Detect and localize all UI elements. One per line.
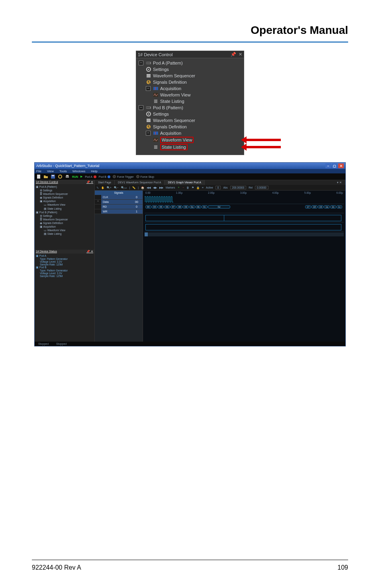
save-icon[interactable] — [51, 174, 55, 179]
signal-row-rd[interactable]: RD 0 — [95, 205, 143, 209]
settings-node[interactable]: ⚙ Settings — [36, 214, 93, 218]
markers-label: Markers — [166, 186, 175, 189]
settings-node[interactable]: Settings — [139, 66, 243, 73]
tab-waveform-sequencer[interactable]: DEV1 Waveform Sequencer Pod A — [115, 180, 165, 185]
signal-row-wr[interactable]: WR 1 — [95, 209, 143, 214]
print-icon[interactable] — [65, 174, 70, 179]
sequencer-icon — [146, 73, 151, 79]
expander-icon[interactable]: − — [146, 86, 151, 91]
device-status-panel: ▣ Pod A Type: Pattern Generator Voltage … — [35, 254, 94, 278]
acquisition-node[interactable]: ▣ Acquisition — [36, 199, 93, 203]
tab-overflow[interactable]: ▾ ✕ — [334, 180, 345, 185]
run-play-icon[interactable]: ▶ — [80, 175, 82, 178]
add-signal-button[interactable]: + — [95, 200, 101, 204]
menu-view[interactable]: View — [47, 169, 54, 173]
signals-definition-node[interactable]: ◉ Signals Definition — [36, 196, 93, 199]
marker-add-icon[interactable]: ＋ — [177, 186, 180, 189]
signal-row-data[interactable]: + Data 00 — [95, 200, 143, 205]
pod-b-node[interactable]: ▣ Pod B (Pattern) — [36, 210, 93, 214]
menu-tools[interactable]: Tools — [59, 169, 67, 173]
pod-a-indicator[interactable]: Pod A — [85, 175, 96, 178]
signals-definition-node[interactable]: Signals Definition — [139, 124, 243, 130]
fit-icon[interactable]: ◀▶ — [153, 186, 157, 189]
measure-icon[interactable]: 📏 — [132, 186, 135, 189]
open-icon[interactable] — [43, 174, 48, 179]
acquisition-node[interactable]: ▣ Acquisition — [36, 225, 93, 228]
waveform-view-label: Waveform View — [160, 137, 194, 143]
pin-icon[interactable]: 📌 — [231, 52, 236, 57]
zoom-region-icon[interactable]: 🔍▭ — [121, 186, 127, 189]
run-button[interactable]: RUN — [72, 175, 78, 178]
home-icon[interactable]: 🏠 — [141, 186, 144, 189]
tab-start-page[interactable]: Start Page — [95, 180, 115, 185]
expander-icon[interactable]: − — [139, 105, 143, 110]
minimize-button[interactable]: − — [325, 163, 331, 168]
prev-icon[interactable]: ◀◀ — [147, 186, 151, 189]
status-type: Type: Pattern Generator — [36, 269, 93, 272]
marker-lock-icon[interactable]: 🔒 — [196, 186, 200, 189]
waveform-view-node[interactable]: Waveform View — [139, 92, 243, 98]
expander-icon[interactable]: − — [146, 131, 151, 136]
marker-flag-icon[interactable]: ⚑ — [192, 186, 194, 189]
tab-graph-viewer[interactable]: DEV1 Graph Viewer Pod A — [165, 180, 205, 185]
next-icon[interactable]: ▶▶ — [159, 186, 163, 189]
acquisition-node[interactable]: − Acquisition — [139, 85, 243, 92]
panel-pinclose[interactable]: 📌 ✕ — [86, 181, 93, 184]
maximize-button[interactable]: ▢ — [332, 163, 337, 168]
close-button[interactable]: ✕ — [338, 163, 344, 168]
svg-rect-6 — [147, 74, 151, 75]
menu-file[interactable]: File — [36, 169, 41, 173]
state-listing-node[interactable]: State Listing — [139, 98, 243, 104]
horizontal-scrollbar[interactable] — [145, 232, 344, 236]
zoom-out-icon[interactable]: 🔍− — [114, 186, 119, 189]
settings-icon[interactable] — [58, 174, 63, 179]
signals-definition-node[interactable]: Signals Definition — [139, 79, 243, 85]
waveform-sequencer-node[interactable]: ≣ Waveform Sequencer — [36, 192, 93, 196]
marker-misc-icon[interactable]: ≡ — [202, 186, 204, 189]
force-stop-button[interactable]: Force Stop — [136, 175, 154, 178]
state-listing-node[interactable]: ▤ State Listing — [36, 207, 93, 210]
cursor-icon[interactable]: ⤡ — [96, 186, 99, 189]
signals-definition-node[interactable]: ◉ Signals Definition — [36, 221, 93, 225]
menu-windows[interactable]: Windows — [72, 169, 85, 173]
rel-value[interactable]: 0.00000 — [255, 186, 268, 189]
close-icon[interactable]: ✕ — [239, 52, 242, 57]
waveform-view-node-highlighted[interactable]: Waveform View — [139, 136, 243, 144]
waveform-sequencer-node[interactable]: Waveform Sequencer — [139, 73, 243, 79]
panel-pinclose[interactable]: 📌 ✕ — [86, 250, 93, 253]
signals-header: Signals — [95, 191, 143, 195]
settings-node[interactable]: Settings — [139, 111, 243, 117]
signal-row-clk[interactable]: CLK 0 — [95, 195, 143, 200]
svg-rect-16 — [154, 102, 157, 103]
waveform-sequencer-node[interactable]: Waveform Sequencer — [139, 117, 243, 124]
state-listing-node[interactable]: ▤ State Listing — [36, 232, 93, 236]
pod-b-indicator[interactable]: Pod B — [99, 175, 110, 178]
expander-icon[interactable]: − — [139, 61, 143, 65]
zoom-in-icon[interactable]: 🔍+ — [107, 186, 112, 189]
waveform-area[interactable]: 0.00 1.00μ 2.00μ 3.00μ 4.00μ 5.00μ 6.00μ — [143, 191, 345, 342]
hex-value: 09 — [183, 205, 189, 208]
waveform-view-node[interactable]: ▭ Waveform View — [36, 203, 93, 206]
pod-a-node[interactable]: ▣ Pod A (Pattern) — [36, 185, 93, 189]
pod-a-node[interactable]: − Pod A (Pattern) — [139, 60, 243, 66]
scrollbar-thumb[interactable] — [145, 232, 148, 236]
menu-help[interactable]: Help — [91, 169, 97, 173]
svg-rect-28 — [155, 132, 156, 135]
pod-b-dot-icon — [108, 175, 110, 178]
abs-value[interactable]: 200.00000 — [230, 186, 247, 189]
waveform-view-node[interactable]: ▭ Waveform View — [36, 228, 93, 232]
hand-icon[interactable]: ✋ — [101, 186, 104, 189]
marker-del-icon[interactable]: − — [182, 186, 184, 189]
force-trigger-button[interactable]: Force Trigger — [113, 175, 134, 178]
state-listing-node-highlighted[interactable]: State Listing — [139, 144, 243, 151]
active-value[interactable]: 0 — [215, 186, 221, 189]
settings-node[interactable]: ⚙ Settings — [36, 189, 93, 192]
time-tick: 1.00μ — [176, 191, 182, 194]
status-pod-b[interactable]: ▣ Pod B — [36, 266, 93, 269]
marker-clear-icon[interactable]: 🗑 — [186, 186, 189, 189]
acquisition-node[interactable]: − Acquisition — [139, 130, 243, 136]
waveform-sequencer-node[interactable]: ≣ Waveform Sequencer — [36, 218, 93, 221]
pod-b-node[interactable]: − Pod B (Pattern) — [139, 104, 243, 111]
new-icon[interactable] — [36, 174, 41, 179]
status-pod-a[interactable]: ▣ Pod A — [36, 254, 93, 258]
